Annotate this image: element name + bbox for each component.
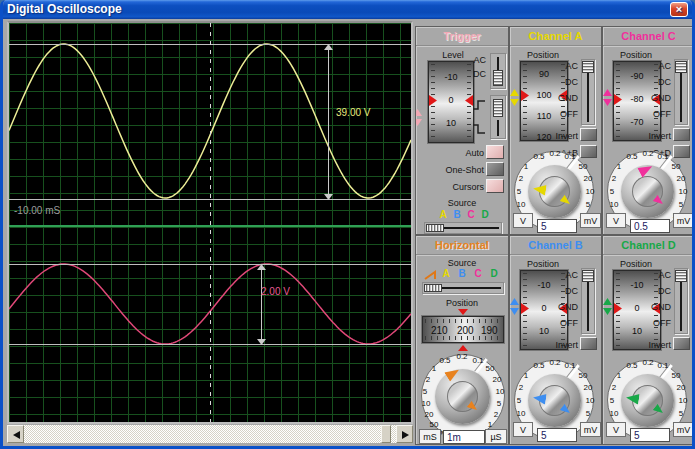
- measure-arrow-a: [323, 44, 334, 200]
- position-marker-top: [458, 309, 468, 315]
- channel-d-gain-value[interactable]: [630, 428, 670, 442]
- channel-a-ac-label: AC: [548, 61, 578, 71]
- millivolts-unit-label: mV: [580, 422, 601, 437]
- channel-a-gain-value[interactable]: [537, 219, 577, 233]
- horizontal-title: Horizontal: [416, 236, 508, 255]
- channel-c-position-nudge[interactable]: [603, 89, 612, 106]
- channel-d-gnd-label: GND: [641, 302, 671, 312]
- channel-a-coupling-thumb[interactable]: [582, 61, 594, 73]
- invert-label: Invert: [540, 340, 578, 350]
- channel-b-dc-label: DC: [548, 286, 578, 296]
- volts-unit-label: V: [606, 213, 626, 228]
- horizontal-source-thumb[interactable]: [424, 284, 442, 292]
- window-title: Digital Oscilloscope: [7, 2, 122, 16]
- source-d-label: D: [479, 209, 491, 220]
- source-b-label: B: [451, 209, 463, 220]
- scroll-right-button[interactable]: [396, 425, 413, 443]
- trigger-source-label: Source: [434, 198, 490, 208]
- channel-d-invert-button[interactable]: [673, 337, 690, 350]
- trigger-level-nudge[interactable]: [416, 109, 422, 126]
- measurement-c-label: 2.00 V: [261, 286, 290, 297]
- horizontal-scrollbar[interactable]: [7, 425, 413, 443]
- trigger-title: Trigger: [416, 27, 508, 46]
- trigger-edge-thumb[interactable]: [493, 99, 503, 117]
- channel-c-invert-button[interactable]: [673, 128, 690, 141]
- channel-b-coupling-thumb[interactable]: [582, 270, 594, 282]
- trigger-source-thumb[interactable]: [426, 224, 444, 232]
- one-shot-button[interactable]: [486, 162, 504, 176]
- channel-c-off-label: OFF: [641, 109, 671, 119]
- channel-a-gnd-label: GND: [548, 93, 578, 103]
- channel-c-gain-value[interactable]: [630, 219, 670, 233]
- source-d-label: D: [488, 268, 500, 279]
- channel-a-position-nudge[interactable]: [510, 89, 519, 106]
- channel-d-panel: Channel D Position -10 0 10 AC DC GND OF…: [602, 235, 695, 445]
- trigger-dc-label: DC: [460, 69, 486, 79]
- channel-a-title: Channel A: [510, 27, 601, 46]
- trigger-source-icon: [424, 270, 438, 281]
- source-c-label: C: [465, 209, 477, 220]
- source-a-label: A: [440, 268, 452, 279]
- time-cursor-line[interactable]: [210, 23, 211, 422]
- channel-a-invert-button[interactable]: [580, 128, 597, 141]
- channel-b-panel: Channel B Position -10 0 10 AC DC GND OF…: [509, 235, 602, 445]
- position-label: Position: [516, 259, 570, 269]
- channel-d-dc-label: DC: [641, 286, 671, 296]
- auto-button[interactable]: [486, 145, 504, 159]
- position-label: Position: [516, 50, 570, 60]
- volts-unit-label: V: [513, 213, 533, 228]
- timebase-value[interactable]: [443, 430, 485, 444]
- millivolts-unit-label: mV: [580, 213, 601, 228]
- one-shot-label: One-Shot: [416, 165, 484, 175]
- trigger-coupling-switch[interactable]: [490, 53, 506, 89]
- channel-a-off-label: OFF: [548, 109, 578, 119]
- channel-b-invert-button[interactable]: [580, 337, 597, 350]
- scroll-left-button[interactable]: [7, 425, 24, 443]
- horizontal-panel: Horizontal Source A B C D Position 210 2…: [415, 235, 509, 445]
- measure-arrow-c: [256, 264, 267, 345]
- trigger-panel: Trigger Level -10 0 10 AC DC: [415, 26, 509, 235]
- channel-b-coupling-switch[interactable]: [581, 268, 595, 334]
- channel-c-coupling-switch[interactable]: [674, 59, 688, 125]
- position-marker-bottom: [458, 345, 468, 351]
- invert-label: Invert: [633, 131, 671, 141]
- auto-label: Auto: [416, 148, 484, 158]
- channel-c-title: Channel C: [603, 27, 694, 46]
- channel-a-panel: Channel A Position 90 100 110 120 AC DC …: [509, 26, 602, 235]
- channel-c-panel: Channel C Position -90 -80 -70 AC DC GND…: [602, 26, 695, 235]
- channel-b-gnd-label: GND: [548, 302, 578, 312]
- trigger-edge-switch[interactable]: [490, 95, 506, 139]
- close-button[interactable]: ×: [670, 2, 688, 17]
- channel-b-ac-label: AC: [548, 270, 578, 280]
- horizontal-source-slider[interactable]: [422, 282, 504, 294]
- trigger-source-slider[interactable]: [424, 222, 502, 234]
- channel-d-coupling-switch[interactable]: [674, 268, 688, 334]
- volts-unit-label: V: [606, 422, 626, 437]
- app-window: Digital Oscilloscope × 39.00 V 2.00 V -1…: [0, 0, 695, 449]
- trigger-ac-label: AC: [460, 55, 486, 65]
- channel-d-title: Channel D: [603, 236, 694, 255]
- channel-b-gain-value[interactable]: [537, 428, 577, 442]
- channel-b-title: Channel B: [510, 236, 601, 255]
- scroll-right-icon: [402, 431, 409, 439]
- channel-c-ac-label: AC: [641, 61, 671, 71]
- millivolts-unit-label: mV: [673, 422, 694, 437]
- channel-b-position-nudge[interactable]: [510, 298, 519, 315]
- channel-b-off-label: OFF: [548, 318, 578, 328]
- scrollbar-thumb[interactable]: [381, 425, 391, 443]
- source-a-label: A: [437, 209, 449, 220]
- channel-c-gnd-label: GND: [641, 93, 671, 103]
- channel-d-coupling-thumb[interactable]: [675, 270, 687, 282]
- cursors-button[interactable]: [486, 179, 504, 193]
- channel-c-coupling-thumb[interactable]: [675, 61, 687, 73]
- rising-edge-icon: [472, 99, 486, 111]
- measurement-a-label: 39.00 V: [336, 107, 370, 118]
- channel-a-coupling-switch[interactable]: [581, 59, 595, 125]
- volts-unit-label: V: [513, 422, 533, 437]
- channel-d-position-nudge[interactable]: [603, 298, 612, 315]
- channel-d-ac-label: AC: [641, 270, 671, 280]
- microseconds-unit-label: µS: [485, 429, 507, 444]
- horizontal-position-display[interactable]: 210 200 190: [422, 316, 504, 343]
- trigger-coupling-thumb[interactable]: [493, 70, 503, 86]
- cursors-label: Cursors: [416, 182, 484, 192]
